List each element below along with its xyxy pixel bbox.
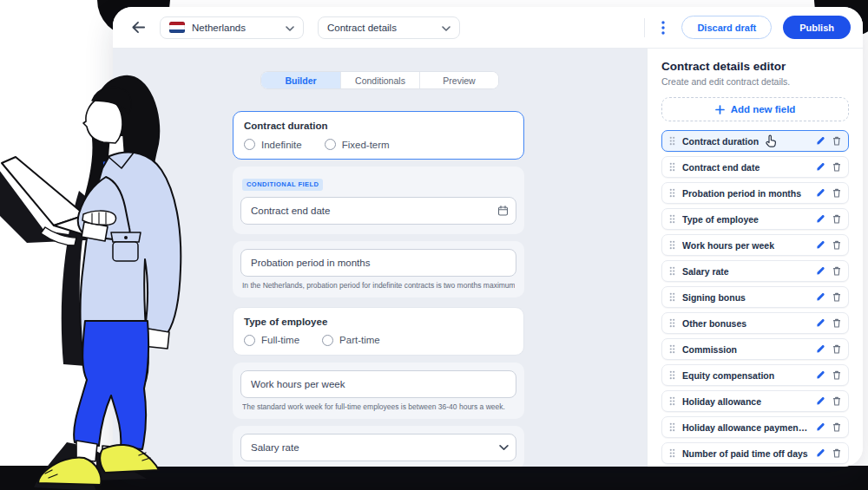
add-new-field-button[interactable]: Add new field [661,97,849,121]
edit-pencil-icon[interactable] [816,136,825,146]
drag-handle-icon[interactable] [669,136,675,146]
field-row-contract-duration[interactable]: Contract duration [661,130,849,152]
delete-trash-icon[interactable] [832,318,841,328]
add-new-field-label: Add new field [731,104,796,114]
edit-pencil-icon[interactable] [816,318,825,328]
radio-part-time[interactable]: Part-time [322,335,380,346]
edit-pencil-icon[interactable] [816,188,825,198]
edit-pencil-icon[interactable] [816,422,825,432]
drag-handle-icon[interactable] [669,292,675,302]
field-row-label: Probation period in months [682,188,809,199]
field-row-holiday-allowance-payment-frequency[interactable]: Holiday allowance payment fre... [661,416,849,438]
drag-handle-icon[interactable] [669,344,675,354]
edit-pencil-icon[interactable] [816,370,825,380]
radio-fixed-term[interactable]: Fixed-term [325,139,390,150]
field-list: Contract duration Contract end date [661,130,849,464]
field-row-label: Number of paid time off days [682,448,809,459]
drag-handle-icon[interactable] [669,266,675,276]
delete-trash-icon[interactable] [832,422,841,432]
drag-handle-icon[interactable] [669,318,675,328]
field-group-work-hours[interactable]: The standard work week for full-time emp… [233,363,524,419]
drag-handle-icon[interactable] [669,422,675,432]
probation-period-input[interactable] [240,249,516,277]
contract-end-date-input[interactable] [240,197,516,225]
field-card-contract-duration[interactable]: Contract duration Indefinite Fixed-term [233,111,524,160]
field-row-signing-bonus[interactable]: Signing bonus [661,286,849,308]
edit-pencil-icon[interactable] [816,396,825,406]
template-select[interactable]: Contract details [318,16,460,39]
field-row-contract-end-date[interactable]: Contract end date [661,156,849,178]
arrow-left-icon [130,19,147,36]
drag-handle-icon[interactable] [669,162,675,172]
field-row-type-of-employee[interactable]: Type of employee [661,208,849,230]
top-toolbar: Netherlands Contract details Discard dra… [113,7,863,49]
field-group-salary-rate[interactable] [233,426,524,467]
marketing-screenshot: Netherlands Contract details Discard dra… [0,0,868,490]
template-select-value: Contract details [327,23,397,33]
delete-trash-icon[interactable] [832,292,841,302]
edit-pencil-icon[interactable] [816,240,825,250]
field-row-label: Equity compensation [682,370,809,381]
calendar-icon[interactable] [497,205,509,216]
panel-title: Contract details editor [661,60,849,73]
field-row-paid-time-off-days[interactable]: Number of paid time off days [661,442,849,464]
delete-trash-icon[interactable] [832,448,841,458]
country-select-value: Netherlands [192,23,246,33]
tab-builder[interactable]: Builder [261,72,340,88]
work-hours-input[interactable] [240,370,516,398]
drag-handle-icon[interactable] [669,240,675,250]
radio-group-type-of-employee: Full-time Part-time [244,335,513,346]
delete-trash-icon[interactable] [832,370,841,380]
field-label: Type of employee [244,317,513,327]
drag-handle-icon[interactable] [669,370,675,380]
delete-trash-icon[interactable] [832,240,841,250]
edit-pencil-icon[interactable] [816,162,825,172]
delete-trash-icon[interactable] [832,396,841,406]
field-group-probation-period[interactable]: In the Netherlands, probation period for… [233,241,524,297]
edit-pencil-icon[interactable] [816,266,825,276]
radio-label: Fixed-term [342,140,390,150]
drag-handle-icon[interactable] [669,188,675,198]
field-row-holiday-allowance[interactable]: Holiday allowance [661,390,849,412]
drag-handle-icon[interactable] [669,396,675,406]
radio-label: Part-time [339,335,380,345]
radio-circle-icon [244,335,255,346]
delete-trash-icon[interactable] [832,214,841,224]
field-row-equity-compensation[interactable]: Equity compensation [661,364,849,386]
field-row-label: Type of employee [682,214,809,225]
delete-trash-icon[interactable] [832,344,841,354]
discard-draft-button[interactable]: Discard draft [681,16,772,39]
edit-pencil-icon[interactable] [816,214,825,224]
radio-circle-icon [244,139,255,150]
field-row-label: Other bonuses [682,318,809,329]
back-button[interactable] [128,18,148,37]
edit-pencil-icon[interactable] [816,448,825,458]
field-card-type-of-employee[interactable]: Type of employee Full-time Part-time [233,307,524,356]
field-row-probation-period[interactable]: Probation period in months [661,182,849,204]
field-row-commission[interactable]: Commission [661,338,849,360]
chevron-down-icon[interactable] [499,444,509,450]
publish-button[interactable]: Publish [783,16,851,39]
radio-full-time[interactable]: Full-time [244,335,299,346]
field-row-label: Commission [682,344,809,355]
edit-pencil-icon[interactable] [816,344,825,354]
kebab-menu-icon[interactable] [656,20,670,36]
field-row-work-hours[interactable]: Work hours per week [661,234,849,256]
field-row-other-bonuses[interactable]: Other bonuses [661,312,849,334]
delete-trash-icon[interactable] [832,136,841,146]
drag-handle-icon[interactable] [669,214,675,224]
edit-pencil-icon[interactable] [816,292,825,302]
work-hours-field [240,370,516,398]
field-group-contract-end-date[interactable]: CONDITIONAL FIELD [233,167,524,234]
radio-circle-icon [322,335,333,346]
delete-trash-icon[interactable] [832,266,841,276]
drag-handle-icon[interactable] [669,448,675,458]
country-select[interactable]: Netherlands [160,16,304,39]
salary-rate-input[interactable] [240,434,516,461]
delete-trash-icon[interactable] [832,188,841,198]
radio-indefinite[interactable]: Indefinite [244,139,302,150]
tab-preview[interactable]: Preview [419,72,498,88]
field-row-salary-rate[interactable]: Salary rate [661,260,849,282]
delete-trash-icon[interactable] [832,162,841,172]
tab-conditionals[interactable]: Conditionals [340,72,419,88]
